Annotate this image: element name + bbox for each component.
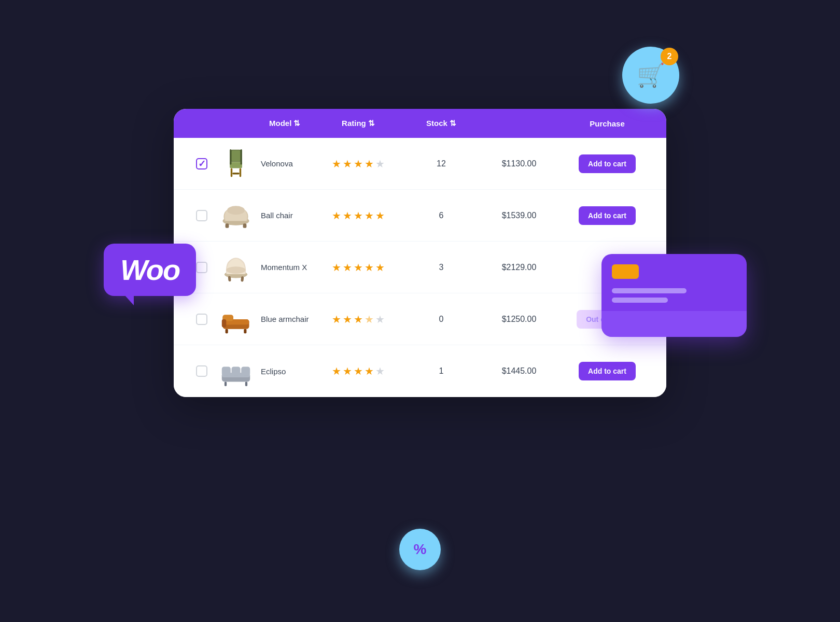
star: ★ xyxy=(365,158,374,170)
star: ★ xyxy=(365,261,374,274)
svg-rect-3 xyxy=(230,149,231,164)
row5-product: Eclipso xyxy=(217,352,312,390)
star: ★ xyxy=(354,209,363,222)
svg-rect-4 xyxy=(241,149,242,164)
svg-rect-7 xyxy=(232,173,240,174)
row1-stock: 12 xyxy=(405,159,478,168)
star: ★ xyxy=(354,365,363,377)
woo-label: Woo xyxy=(120,253,179,286)
svg-rect-28 xyxy=(225,381,227,386)
star: ★ xyxy=(332,313,341,326)
row5-checkbox[interactable] xyxy=(196,365,207,377)
star: ★ xyxy=(354,261,363,274)
row3-rating: ★ ★ ★ ★ ★ xyxy=(312,261,405,274)
row2-stars: ★ ★ ★ ★ ★ xyxy=(332,209,385,222)
star: ★ xyxy=(332,158,341,170)
svg-rect-25 xyxy=(222,367,231,376)
row3-stock: 3 xyxy=(405,263,478,272)
percent-bubble[interactable]: % xyxy=(399,529,441,570)
star: ★ xyxy=(343,261,352,274)
table-row: ✓ xyxy=(174,138,666,190)
row1-stock-value: 12 xyxy=(437,159,446,168)
row4-stock: 0 xyxy=(405,315,478,324)
row5-product-image xyxy=(217,352,255,390)
star: ★ xyxy=(332,209,341,222)
woo-badge: Woo xyxy=(104,244,196,296)
star: ★ xyxy=(354,158,363,170)
row1-price: $1130.00 xyxy=(478,159,561,168)
row4-price: $1250.00 xyxy=(478,315,561,324)
row3-product-name: Momentum X xyxy=(261,263,307,272)
row2-product-image xyxy=(217,197,255,234)
row2-rating: ★ ★ ★ ★ ★ xyxy=(312,209,405,222)
th-stock: Stock ⇅ xyxy=(405,119,478,128)
row5-stock: 1 xyxy=(405,366,478,376)
row2-price-value: $1539.00 xyxy=(502,211,537,220)
table-row: Blue armchair ★ ★ ★ ★ ★ 0 $1250.00 xyxy=(174,293,666,345)
svg-rect-5 xyxy=(231,168,232,177)
cart-count-badge: 2 xyxy=(661,48,678,65)
row4-price-value: $1250.00 xyxy=(502,315,537,324)
row4-stars: ★ ★ ★ ★ ★ xyxy=(332,313,385,326)
percent-icon: % xyxy=(414,541,427,558)
credit-card-widget xyxy=(601,254,747,337)
row4-product-image xyxy=(217,301,255,338)
row1-product-image xyxy=(217,145,255,182)
row5-action: Add to cart xyxy=(561,362,654,380)
row2-add-to-cart-button[interactable]: Add to cart xyxy=(579,206,636,225)
star: ★ xyxy=(365,209,374,222)
table-header: Model ⇅ Rating ⇅ Stock ⇅ Purchase xyxy=(174,109,666,138)
row4-product: Blue armchair xyxy=(217,301,312,338)
row4-rating: ★ ★ ★ ★ ★ xyxy=(312,313,405,326)
svg-rect-10 xyxy=(226,223,229,228)
table-row: Momentum X ★ ★ ★ ★ ★ 3 $2129.00 xyxy=(174,242,666,293)
row3-product-image xyxy=(217,249,255,286)
row5-add-to-cart-button[interactable]: Add to cart xyxy=(579,362,636,380)
row1-rating: ★ ★ ★ ★ ★ xyxy=(312,158,405,170)
row5-price-value: $1445.00 xyxy=(502,366,537,376)
card-line-1 xyxy=(612,288,687,293)
row2-product: Ball chair xyxy=(217,197,312,234)
row5-price: $1445.00 xyxy=(478,366,561,376)
row1-product: Velonova xyxy=(217,145,312,182)
row4-checkbox[interactable] xyxy=(196,314,207,325)
row1-add-to-cart-button[interactable]: Add to cart xyxy=(579,154,636,173)
svg-rect-6 xyxy=(240,168,241,177)
row4-stock-value: 0 xyxy=(439,315,444,324)
row3-checkbox[interactable] xyxy=(196,262,207,273)
star: ★ xyxy=(343,209,352,222)
star: ★ xyxy=(343,313,352,326)
star: ★ xyxy=(375,365,385,377)
row4-product-name: Blue armchair xyxy=(261,315,309,323)
svg-rect-29 xyxy=(245,381,247,386)
table-body: ✓ xyxy=(174,138,666,397)
star: ★ xyxy=(375,209,385,222)
row2-stock-value: 6 xyxy=(439,211,444,220)
svg-rect-27 xyxy=(241,367,250,376)
row2-product-name: Ball chair xyxy=(261,211,293,220)
card-line-2 xyxy=(612,298,668,303)
row5-stars: ★ ★ ★ ★ ★ xyxy=(332,365,385,377)
row5-rating: ★ ★ ★ ★ ★ xyxy=(312,365,405,377)
row1-checkbox[interactable]: ✓ xyxy=(196,158,207,169)
row3-stock-value: 3 xyxy=(439,263,444,272)
star: ★ xyxy=(375,158,385,170)
svg-rect-11 xyxy=(243,223,247,228)
svg-rect-1 xyxy=(232,150,241,161)
product-table: Model ⇅ Rating ⇅ Stock ⇅ Purchase ✓ xyxy=(174,109,666,397)
row5-stock-value: 1 xyxy=(439,366,444,376)
star: ★ xyxy=(375,261,385,274)
main-scene: Woo 🛒 2 % Model ⇅ Rating ⇅ Stock ⇅ Purch… xyxy=(135,78,705,544)
row2-stock: 6 xyxy=(405,211,478,220)
svg-rect-20 xyxy=(222,319,227,327)
svg-rect-26 xyxy=(232,367,241,376)
row3-price-value: $2129.00 xyxy=(502,263,537,272)
card-chip xyxy=(612,264,639,279)
star: ★ xyxy=(332,261,341,274)
row5-product-name: Eclipso xyxy=(261,367,286,376)
row2-price: $1539.00 xyxy=(478,211,561,220)
cart-bubble[interactable]: 🛒 2 xyxy=(622,47,679,104)
star: ★ xyxy=(332,365,341,377)
star: ★ xyxy=(343,365,352,377)
row2-checkbox[interactable] xyxy=(196,210,207,221)
